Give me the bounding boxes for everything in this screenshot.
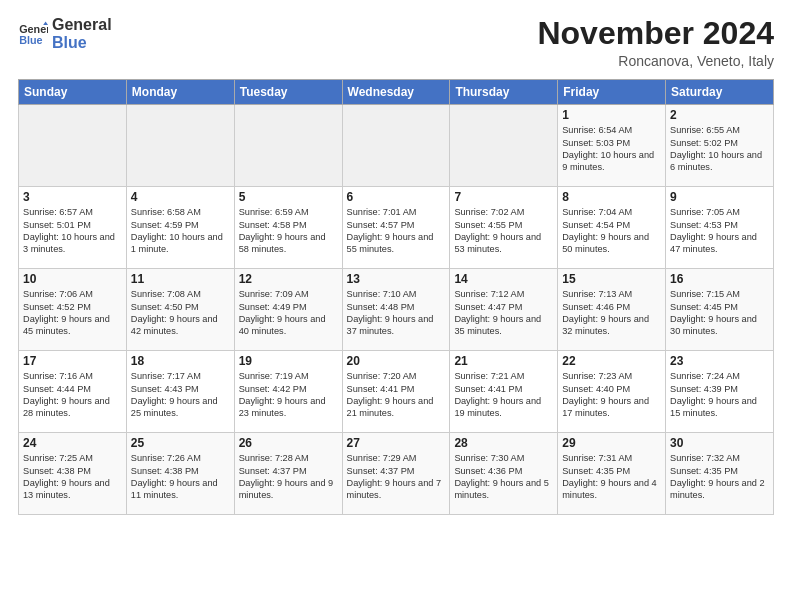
header: General Blue General Blue November 2024 … [18, 16, 774, 69]
calendar-cell: 3Sunrise: 6:57 AM Sunset: 5:01 PM Daylig… [19, 187, 127, 269]
day-info: Sunrise: 7:15 AM Sunset: 4:45 PM Dayligh… [670, 288, 769, 338]
day-info: Sunrise: 6:57 AM Sunset: 5:01 PM Dayligh… [23, 206, 122, 256]
calendar-cell [450, 105, 558, 187]
calendar-cell: 11Sunrise: 7:08 AM Sunset: 4:50 PM Dayli… [126, 269, 234, 351]
calendar-cell: 1Sunrise: 6:54 AM Sunset: 5:03 PM Daylig… [558, 105, 666, 187]
logo-blue-text: Blue [52, 34, 112, 52]
day-number: 11 [131, 272, 230, 286]
day-number: 3 [23, 190, 122, 204]
svg-text:Blue: Blue [19, 34, 42, 46]
day-header-monday: Monday [126, 80, 234, 105]
calendar-cell: 9Sunrise: 7:05 AM Sunset: 4:53 PM Daylig… [666, 187, 774, 269]
calendar-cell [234, 105, 342, 187]
day-number: 15 [562, 272, 661, 286]
day-info: Sunrise: 7:23 AM Sunset: 4:40 PM Dayligh… [562, 370, 661, 420]
day-header-tuesday: Tuesday [234, 80, 342, 105]
day-number: 16 [670, 272, 769, 286]
calendar-cell: 16Sunrise: 7:15 AM Sunset: 4:45 PM Dayli… [666, 269, 774, 351]
calendar-cell: 24Sunrise: 7:25 AM Sunset: 4:38 PM Dayli… [19, 433, 127, 515]
day-info: Sunrise: 7:09 AM Sunset: 4:49 PM Dayligh… [239, 288, 338, 338]
day-info: Sunrise: 7:24 AM Sunset: 4:39 PM Dayligh… [670, 370, 769, 420]
day-number: 8 [562, 190, 661, 204]
day-number: 30 [670, 436, 769, 450]
calendar-week-5: 24Sunrise: 7:25 AM Sunset: 4:38 PM Dayli… [19, 433, 774, 515]
calendar-cell: 7Sunrise: 7:02 AM Sunset: 4:55 PM Daylig… [450, 187, 558, 269]
calendar-cell: 29Sunrise: 7:31 AM Sunset: 4:35 PM Dayli… [558, 433, 666, 515]
title-block: November 2024 Roncanova, Veneto, Italy [537, 16, 774, 69]
calendar-cell: 20Sunrise: 7:20 AM Sunset: 4:41 PM Dayli… [342, 351, 450, 433]
day-info: Sunrise: 6:59 AM Sunset: 4:58 PM Dayligh… [239, 206, 338, 256]
day-info: Sunrise: 7:06 AM Sunset: 4:52 PM Dayligh… [23, 288, 122, 338]
month-title: November 2024 [537, 16, 774, 51]
day-info: Sunrise: 7:10 AM Sunset: 4:48 PM Dayligh… [347, 288, 446, 338]
day-number: 17 [23, 354, 122, 368]
day-number: 18 [131, 354, 230, 368]
day-number: 22 [562, 354, 661, 368]
day-info: Sunrise: 7:31 AM Sunset: 4:35 PM Dayligh… [562, 452, 661, 502]
day-number: 28 [454, 436, 553, 450]
calendar: SundayMondayTuesdayWednesdayThursdayFrid… [18, 79, 774, 515]
day-info: Sunrise: 6:54 AM Sunset: 5:03 PM Dayligh… [562, 124, 661, 174]
day-header-wednesday: Wednesday [342, 80, 450, 105]
day-info: Sunrise: 6:55 AM Sunset: 5:02 PM Dayligh… [670, 124, 769, 174]
calendar-cell: 30Sunrise: 7:32 AM Sunset: 4:35 PM Dayli… [666, 433, 774, 515]
day-info: Sunrise: 7:05 AM Sunset: 4:53 PM Dayligh… [670, 206, 769, 256]
day-info: Sunrise: 7:16 AM Sunset: 4:44 PM Dayligh… [23, 370, 122, 420]
day-info: Sunrise: 7:20 AM Sunset: 4:41 PM Dayligh… [347, 370, 446, 420]
logo-general-text: General [52, 16, 112, 34]
day-number: 20 [347, 354, 446, 368]
day-header-thursday: Thursday [450, 80, 558, 105]
calendar-cell: 13Sunrise: 7:10 AM Sunset: 4:48 PM Dayli… [342, 269, 450, 351]
day-info: Sunrise: 7:04 AM Sunset: 4:54 PM Dayligh… [562, 206, 661, 256]
day-number: 19 [239, 354, 338, 368]
day-info: Sunrise: 7:01 AM Sunset: 4:57 PM Dayligh… [347, 206, 446, 256]
calendar-cell [342, 105, 450, 187]
svg-text:General: General [19, 23, 48, 35]
day-info: Sunrise: 7:29 AM Sunset: 4:37 PM Dayligh… [347, 452, 446, 502]
calendar-cell: 17Sunrise: 7:16 AM Sunset: 4:44 PM Dayli… [19, 351, 127, 433]
day-info: Sunrise: 7:21 AM Sunset: 4:41 PM Dayligh… [454, 370, 553, 420]
calendar-header-row: SundayMondayTuesdayWednesdayThursdayFrid… [19, 80, 774, 105]
page: General Blue General Blue November 2024 … [0, 0, 792, 525]
day-info: Sunrise: 7:26 AM Sunset: 4:38 PM Dayligh… [131, 452, 230, 502]
day-info: Sunrise: 7:28 AM Sunset: 4:37 PM Dayligh… [239, 452, 338, 502]
calendar-cell: 19Sunrise: 7:19 AM Sunset: 4:42 PM Dayli… [234, 351, 342, 433]
day-number: 25 [131, 436, 230, 450]
calendar-cell: 18Sunrise: 7:17 AM Sunset: 4:43 PM Dayli… [126, 351, 234, 433]
day-info: Sunrise: 7:30 AM Sunset: 4:36 PM Dayligh… [454, 452, 553, 502]
calendar-cell: 8Sunrise: 7:04 AM Sunset: 4:54 PM Daylig… [558, 187, 666, 269]
day-number: 23 [670, 354, 769, 368]
day-number: 7 [454, 190, 553, 204]
day-number: 6 [347, 190, 446, 204]
calendar-cell [126, 105, 234, 187]
day-number: 1 [562, 108, 661, 122]
day-info: Sunrise: 7:32 AM Sunset: 4:35 PM Dayligh… [670, 452, 769, 502]
day-number: 5 [239, 190, 338, 204]
calendar-week-4: 17Sunrise: 7:16 AM Sunset: 4:44 PM Dayli… [19, 351, 774, 433]
day-number: 13 [347, 272, 446, 286]
day-number: 10 [23, 272, 122, 286]
calendar-cell: 23Sunrise: 7:24 AM Sunset: 4:39 PM Dayli… [666, 351, 774, 433]
day-info: Sunrise: 7:08 AM Sunset: 4:50 PM Dayligh… [131, 288, 230, 338]
day-info: Sunrise: 6:58 AM Sunset: 4:59 PM Dayligh… [131, 206, 230, 256]
day-info: Sunrise: 7:19 AM Sunset: 4:42 PM Dayligh… [239, 370, 338, 420]
calendar-cell: 4Sunrise: 6:58 AM Sunset: 4:59 PM Daylig… [126, 187, 234, 269]
calendar-cell: 22Sunrise: 7:23 AM Sunset: 4:40 PM Dayli… [558, 351, 666, 433]
day-number: 2 [670, 108, 769, 122]
day-number: 12 [239, 272, 338, 286]
day-info: Sunrise: 7:17 AM Sunset: 4:43 PM Dayligh… [131, 370, 230, 420]
calendar-cell: 26Sunrise: 7:28 AM Sunset: 4:37 PM Dayli… [234, 433, 342, 515]
day-info: Sunrise: 7:12 AM Sunset: 4:47 PM Dayligh… [454, 288, 553, 338]
calendar-cell: 27Sunrise: 7:29 AM Sunset: 4:37 PM Dayli… [342, 433, 450, 515]
calendar-cell: 10Sunrise: 7:06 AM Sunset: 4:52 PM Dayli… [19, 269, 127, 351]
day-header-friday: Friday [558, 80, 666, 105]
calendar-cell: 14Sunrise: 7:12 AM Sunset: 4:47 PM Dayli… [450, 269, 558, 351]
day-info: Sunrise: 7:25 AM Sunset: 4:38 PM Dayligh… [23, 452, 122, 502]
day-header-saturday: Saturday [666, 80, 774, 105]
calendar-cell: 12Sunrise: 7:09 AM Sunset: 4:49 PM Dayli… [234, 269, 342, 351]
day-number: 27 [347, 436, 446, 450]
calendar-cell: 21Sunrise: 7:21 AM Sunset: 4:41 PM Dayli… [450, 351, 558, 433]
day-number: 26 [239, 436, 338, 450]
day-number: 4 [131, 190, 230, 204]
calendar-cell: 5Sunrise: 6:59 AM Sunset: 4:58 PM Daylig… [234, 187, 342, 269]
